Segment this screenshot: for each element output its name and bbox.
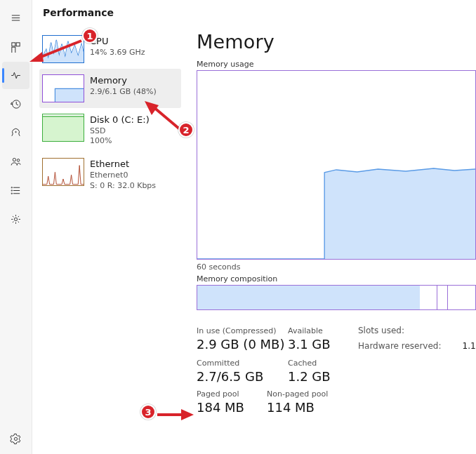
usage-chart <box>197 70 476 260</box>
startup-icon[interactable] <box>2 119 29 147</box>
stats-grid: In use (Compressed) Available Slots used… <box>197 326 476 384</box>
available-value: 3.1 GB <box>288 337 358 352</box>
nonpaged-label: Non-paged pool <box>267 389 351 399</box>
disk-thumb <box>42 114 84 142</box>
annotation-badge-1: 1 <box>82 28 98 44</box>
inuse-label: In use (Compressed) <box>197 326 288 335</box>
cached-label: Cached <box>288 359 358 368</box>
svg-marker-28 <box>181 409 194 420</box>
svg-point-9 <box>15 131 16 132</box>
svg-point-15 <box>11 187 12 188</box>
svg-line-23 <box>39 41 81 58</box>
history-icon[interactable] <box>2 91 29 118</box>
eth-title: Ethernet <box>90 158 156 171</box>
committed-value: 2.7/6.5 GB <box>197 369 288 384</box>
composition-label: Memory composition <box>197 274 476 283</box>
paged-label: Paged pool <box>197 389 267 399</box>
ethernet-thumb <box>42 158 84 186</box>
svg-marker-24 <box>29 52 44 62</box>
usage-chart-label: Memory usage <box>197 60 476 69</box>
composition-tick-1 <box>437 286 437 309</box>
svg-rect-4 <box>16 43 20 46</box>
nonpaged-value: 114 MB <box>267 400 351 415</box>
processes-icon[interactable] <box>2 33 29 60</box>
settings-icon[interactable] <box>2 425 29 453</box>
memory-title: Memory <box>90 74 157 87</box>
hamburger-icon[interactable] <box>2 4 29 32</box>
page-title: Performance <box>32 0 476 25</box>
svg-point-11 <box>17 159 20 162</box>
svg-point-16 <box>11 190 12 191</box>
svg-point-18 <box>14 218 17 220</box>
svg-rect-3 <box>12 43 15 46</box>
svg-rect-21 <box>43 116 84 142</box>
svg-marker-26 <box>145 101 159 115</box>
annotation-badge-3: 3 <box>140 404 156 420</box>
details-icon[interactable] <box>2 177 29 204</box>
cpu-sub: 14% 3.69 GHz <box>90 48 145 58</box>
svg-rect-5 <box>12 47 15 53</box>
usage-xaxis-left: 60 seconds <box>197 262 476 272</box>
users-icon[interactable] <box>2 148 29 175</box>
left-rail <box>0 0 32 454</box>
paged-value: 184 MB <box>197 400 267 415</box>
slots-label: Slots used: <box>358 326 449 335</box>
memory-thumb <box>42 74 84 102</box>
svg-line-8 <box>19 134 20 136</box>
sidebar-item-ethernet[interactable]: Ethernet Ethernet0 S: 0 R: 32.0 Kbps <box>39 152 181 196</box>
committed-label: Committed <box>197 359 288 368</box>
performance-icon[interactable] <box>2 62 29 89</box>
available-label: Available <box>288 326 358 335</box>
detail-title: Memory <box>197 31 476 53</box>
hwres-label: Hardware reserved: <box>358 341 449 351</box>
eth-sub1: Ethernet0 <box>90 171 156 181</box>
svg-line-7 <box>12 134 13 136</box>
pools-grid: Paged pool Non-paged pool 184 MB 114 MB <box>197 389 476 415</box>
composition-bar <box>197 285 476 310</box>
svg-marker-20 <box>43 88 84 102</box>
page-title-text: Performance <box>43 7 114 18</box>
svg-marker-22 <box>197 168 475 259</box>
svg-point-10 <box>13 159 15 161</box>
inuse-value: 2.9 GB (0 MB) <box>197 337 288 352</box>
svg-point-19 <box>14 437 17 440</box>
eth-sub2: S: 0 R: 32.0 Kbps <box>90 181 156 192</box>
slots-value: N/A <box>449 326 476 335</box>
composition-fill <box>197 286 420 309</box>
hwres-value: 1.1 MB <box>449 341 476 351</box>
cached-value: 1.2 GB <box>288 369 358 384</box>
svg-point-17 <box>11 193 12 194</box>
disk-sub2: 100% <box>90 136 150 147</box>
cpu-title: CPU <box>90 35 145 48</box>
services-icon[interactable] <box>2 206 29 233</box>
detail-pane: Memory Memory usage 60 seconds Memory co… <box>197 31 476 454</box>
memory-sub: 2.9/6.1 GB (48%) <box>90 87 157 98</box>
annotation-badge-2: 2 <box>178 122 194 138</box>
svg-line-25 <box>153 107 180 129</box>
composition-tick-2 <box>447 286 448 309</box>
